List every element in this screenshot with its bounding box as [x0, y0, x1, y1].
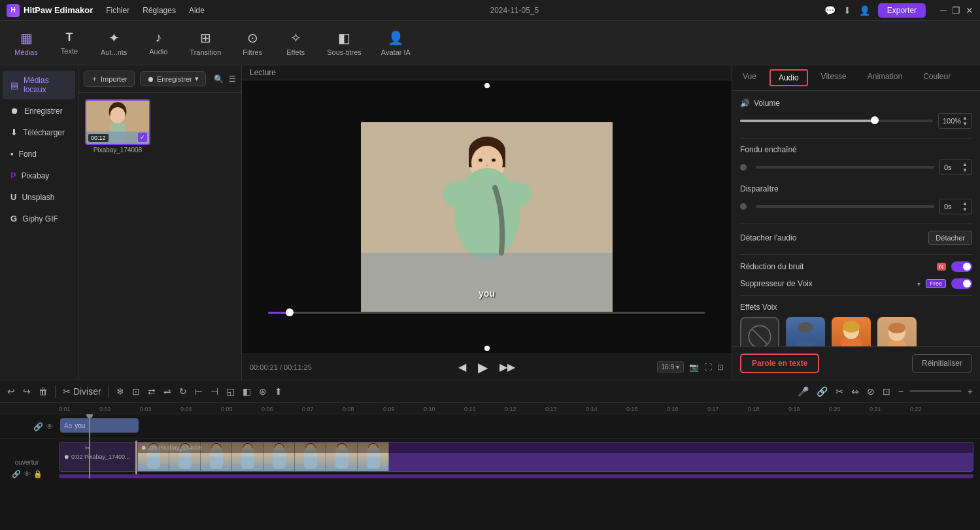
restore-icon[interactable]: ❐ [952, 5, 960, 16]
chat-icon[interactable]: 💬 [824, 5, 836, 16]
toolbar-sous-titres[interactable]: ◧ Sous-titres [319, 26, 369, 60]
toolbar-effets[interactable]: ✧ Effets [276, 26, 315, 60]
sidebar-item-pixabay[interactable]: P Pixabay [3, 165, 75, 186]
volume-up-icon[interactable]: ▲ [962, 115, 968, 121]
preview-scrubber[interactable] [268, 312, 705, 314]
voice-effect-enfant[interactable]: Enfant [877, 317, 917, 346]
effects-btn2[interactable]: ⊛ [257, 384, 269, 399]
prev-frame-button[interactable]: ◀ [456, 358, 469, 376]
subtitle-clip[interactable]: Aa you [60, 418, 139, 433]
parole-en-texte-button[interactable]: Parole en texte [740, 354, 819, 373]
mic-btn[interactable]: 🎤 [796, 384, 811, 399]
extend-btn[interactable]: ⊣ [209, 384, 220, 399]
video-track-lock-icon[interactable]: 🔒 [33, 470, 42, 478]
import-button[interactable]: ＋ Importer [84, 71, 135, 87]
delete-button[interactable]: 🗑 [37, 384, 50, 399]
undo-button[interactable]: ↩ [5, 384, 17, 399]
list-view-icon[interactable]: ☰ [229, 75, 236, 84]
split-button[interactable]: ✂ Diviser [61, 384, 103, 399]
flip-btn[interactable]: ⇄ [146, 384, 158, 399]
voice-effect-rien[interactable]: Rien [740, 317, 779, 346]
disparaitre-slider[interactable] [756, 205, 934, 208]
tab-vue[interactable]: Vue [732, 65, 767, 90]
toolbar-filtres[interactable]: ⊙ Filtres [233, 26, 272, 60]
next-frame-button[interactable]: ▶▶ [497, 358, 518, 376]
play-pause-button[interactable]: ▶ [475, 357, 490, 378]
fondu-up-icon[interactable]: ▲ [962, 161, 968, 167]
volume-down-icon[interactable]: ▼ [962, 121, 968, 127]
export-button[interactable]: Exporter [878, 3, 926, 18]
export-clip-btn[interactable]: ⬆ [273, 384, 284, 399]
toolbar-texte[interactable]: T Texte [50, 27, 89, 59]
toolbar-autmts[interactable]: ✦ Aut...nts [93, 26, 135, 60]
reinitialiser-button[interactable]: Réinitialiser [912, 354, 972, 373]
sidebar-item-fond[interactable]: ▪ Fond [3, 144, 75, 164]
voice-effect-femme[interactable]: Femme [832, 317, 871, 346]
tab-audio[interactable]: Audio [769, 69, 808, 86]
voice-effect-homme[interactable]: Homme [786, 317, 825, 346]
toolbar-audio[interactable]: ♪ Audio [139, 26, 178, 59]
subtitle-link-icon[interactable]: 🔗 [33, 422, 43, 431]
video-track-link-icon[interactable]: 🔗 [12, 470, 21, 478]
fondu-value-spinner[interactable]: 0s ▲ ▼ [939, 159, 972, 175]
mirror-btn[interactable]: ⇌ [161, 384, 173, 399]
tab-animation[interactable]: Animation [857, 65, 913, 90]
ratio-button[interactable]: 16:9 ▾ [657, 361, 684, 373]
media-thumbnail[interactable]: 00:12 ✓ [85, 99, 150, 145]
tl-zoom-slider[interactable] [909, 390, 962, 392]
crop-btn[interactable]: ⊡ [130, 384, 142, 399]
disparaitre-down-icon[interactable]: ▼ [962, 207, 968, 212]
detach-button[interactable]: Détacher [928, 231, 972, 245]
menu-reglages[interactable]: Réglages [143, 6, 176, 15]
volume-slider[interactable] [740, 120, 933, 122]
cut-btn[interactable]: ✂ [834, 384, 845, 399]
scrubber-track[interactable] [268, 312, 705, 314]
suppresseur-voix-toggle[interactable] [951, 278, 972, 289]
download-icon[interactable]: ⬇ [843, 5, 851, 16]
toolbar-avatar-ia[interactable]: 👤 Avatar IA [373, 26, 418, 60]
user-icon[interactable]: 👤 [859, 5, 870, 16]
fullscreen-icon[interactable]: ⛶ [704, 363, 712, 372]
reduction-bruit-toggle[interactable] [951, 261, 972, 272]
fondu-down-icon[interactable]: ▼ [962, 167, 968, 173]
overlay-btn[interactable]: ◱ [224, 384, 237, 399]
disparaitre-spinner-buttons[interactable]: ▲ ▼ [962, 201, 968, 212]
search-icon[interactable]: 🔍 [214, 75, 224, 84]
video-segment-2[interactable]: ⏺ :09 Pixabay_174008 [137, 442, 973, 472]
rotate-btn[interactable]: ↻ [177, 384, 189, 399]
scrubber-thumb[interactable] [286, 308, 294, 316]
fondu-spinner-buttons[interactable]: ▲ ▼ [962, 161, 968, 173]
video-track-eye-icon[interactable]: 👁 [24, 470, 31, 478]
sidebar-item-telecharger[interactable]: ⬇ Télécharger [3, 122, 75, 142]
volume-thumb[interactable] [871, 116, 879, 124]
sidebar-item-giphy[interactable]: G Giphy GIF [3, 208, 75, 229]
tab-vitesse[interactable]: Vitesse [811, 65, 857, 90]
volume-value-spinner[interactable]: 100% ▲ ▼ [938, 113, 972, 129]
volume-spinner-buttons[interactable]: ▲ ▼ [962, 115, 968, 127]
freeze-button[interactable]: ❄ [114, 384, 126, 399]
subtitle-eye-icon[interactable]: 👁 [46, 422, 54, 431]
top-resize-handle[interactable] [484, 83, 490, 88]
tab-couleur[interactable]: Couleur [913, 65, 961, 90]
bottom-resize-handle[interactable] [484, 346, 490, 351]
trim-btn[interactable]: ⊢ [193, 384, 205, 399]
list-item[interactable]: 00:12 ✓ Pixabay_174008 [85, 99, 150, 154]
fondu-slider[interactable] [756, 166, 934, 169]
menu-aide[interactable]: Aide [189, 6, 205, 15]
playhead[interactable] [89, 414, 90, 439]
redo-button[interactable]: ↪ [21, 384, 33, 399]
tl-minus-btn[interactable]: − [896, 384, 905, 399]
record-button[interactable]: ⏺ Enregistrer ▾ [140, 71, 206, 86]
expand-icon[interactable]: ⊡ [717, 363, 724, 372]
tl-snap-btn[interactable]: ⊡ [881, 384, 892, 399]
caption-btn[interactable]: ◧ [241, 384, 253, 399]
menu-fichier[interactable]: Fichier [106, 6, 129, 15]
toolbar-medias[interactable]: ▦ Médias [7, 26, 46, 60]
tl-plus-btn[interactable]: + [966, 384, 975, 399]
video-segment-1[interactable]: ⏺ 0:02 Pixabay_17400... [59, 442, 136, 472]
screenshot-icon[interactable]: 📷 [689, 363, 699, 372]
tl-unlink-btn[interactable]: ⊘ [865, 384, 877, 399]
tl-link2-btn[interactable]: ⇔ [849, 384, 861, 399]
link-btn[interactable]: 🔗 [815, 384, 830, 399]
sidebar-item-medias-locaux[interactable]: ▤ Médias locaux [3, 71, 75, 99]
